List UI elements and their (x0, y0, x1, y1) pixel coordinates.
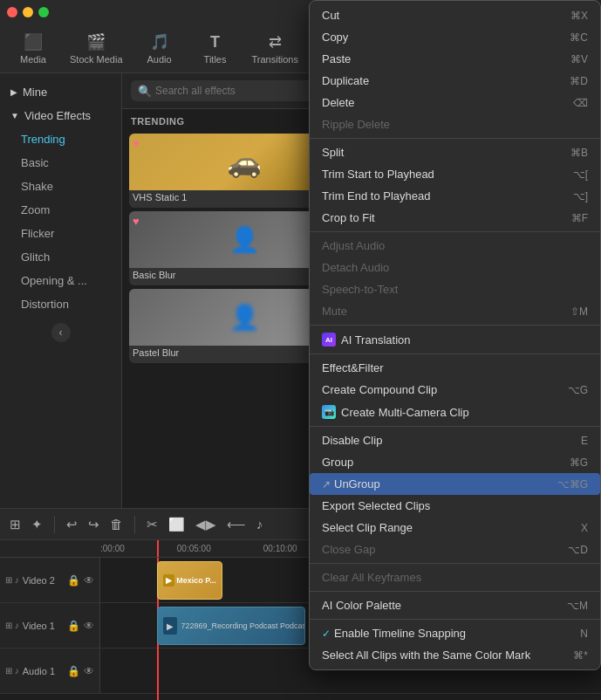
clip-mexico[interactable]: ▶ Mexico P... (157, 561, 222, 600)
context-menu: Cut ⌘X Copy ⌘C Paste ⌘V Duplicate ⌘D Del… (309, 0, 601, 670)
ctx-trim-end[interactable]: Trim End to Playhead ⌥] (310, 185, 600, 207)
sidebar-item-flicker[interactable]: Flicker (0, 222, 121, 245)
clip-podcast[interactable]: ▶ 722869_Recording Podcast Podcasting Po (157, 607, 305, 645)
ctx-sep-4 (310, 353, 600, 354)
close-button[interactable] (7, 7, 17, 17)
toolbar-stock-media[interactable]: 🎬 Stock Media (70, 32, 123, 65)
ctx-cut-label: Cut (322, 9, 339, 22)
sidebar-item-shake[interactable]: Shake (0, 175, 121, 198)
track-audio1-lock-icon[interactable]: 🔒 (67, 665, 80, 677)
toolbar-titles[interactable]: T Titles (196, 33, 235, 65)
ctx-ai-color[interactable]: AI Color Palette ⌥M (310, 594, 600, 616)
ctx-group[interactable]: Group ⌘G (310, 451, 600, 473)
track-video1-lock-icon[interactable]: 🔒 (67, 620, 80, 632)
timeline-redo-icon[interactable]: ↪ (85, 514, 102, 535)
ctx-ungroup[interactable]: ↗ UnGroup ⌥⌘G (310, 473, 600, 495)
ctx-speech-to-text: Speech-to-Text (310, 278, 600, 300)
track-video2-eye-icon[interactable]: 👁 (84, 574, 94, 587)
ctx-ripple-delete: Ripple Delete (310, 113, 600, 135)
sidebar-item-opening[interactable]: Opening & ... (0, 269, 121, 292)
left-sidebar: ▶ Mine ▼ Video Effects Trending Basic Sh… (0, 73, 122, 508)
ctx-ripple-delete-label: Ripple Delete (322, 118, 390, 131)
ctx-duplicate-shortcut: ⌘D (570, 75, 588, 87)
track-video1-label: Video 1 (23, 621, 55, 631)
sidebar-section-video-effects[interactable]: ▼ Video Effects (0, 104, 121, 127)
ctx-trim-start[interactable]: Trim Start to Playhead ⌥[ (310, 163, 600, 185)
ctx-select-same-color-label: Select All Clips with the Same Color Mar… (322, 649, 530, 662)
ctx-cut[interactable]: Cut ⌘X (310, 4, 600, 26)
ctx-trim-start-label: Trim Start to Playhead (322, 168, 434, 181)
ctx-paste[interactable]: Paste ⌘V (310, 48, 600, 70)
sidebar-mine-label: Mine (23, 86, 47, 99)
ctx-select-clip-range[interactable]: Select Clip Range X (310, 517, 600, 539)
ctx-effect-filter[interactable]: Effect&Filter (310, 357, 600, 379)
ctx-multi-camera[interactable]: 📷 Create Multi-Camera Clip (310, 401, 600, 423)
ctx-copy-label: Copy (322, 31, 348, 44)
toolbar-titles-label: Titles (204, 54, 227, 65)
clip-mexico-icon: ▶ (163, 574, 174, 587)
search-icon: 🔍 (138, 85, 152, 98)
ctx-crop-fit-shortcut: ⌘F (571, 212, 588, 224)
maximize-button[interactable] (38, 7, 49, 17)
sidebar-item-distortion[interactable]: Distortion (0, 292, 121, 316)
timeline-split-icon[interactable]: ⬜ (166, 514, 188, 535)
toolbar-transitions[interactable]: ⇄ Transitions (252, 32, 298, 65)
sidebar-item-glitch[interactable]: Glitch (0, 245, 121, 269)
ctx-detach-audio-label: Detach Audio (322, 261, 389, 274)
ctx-ai-translation-label: AI Translation (341, 333, 411, 347)
ctx-copy[interactable]: Copy ⌘C (310, 26, 600, 48)
ctx-split-label: Split (322, 146, 344, 159)
ctx-enable-snapping[interactable]: ✓ Enable Timeline Snapping N (310, 622, 600, 644)
ctx-ai-translation[interactable]: AI AI Translation (310, 328, 600, 351)
sidebar-item-zoom[interactable]: Zoom (0, 198, 121, 222)
timeline-grid-icon[interactable]: ⊞ (7, 514, 24, 535)
ctx-adjust-audio-label: Adjust Audio (322, 239, 385, 252)
ctx-compound-clip[interactable]: Create Compound Clip ⌥G (310, 379, 600, 401)
track-video1-eye-icon[interactable]: 👁 (84, 620, 94, 632)
ctx-sep-7 (310, 591, 600, 592)
toolbar-stock-media-label: Stock Media (70, 54, 123, 65)
track-video2-header: ⊞ ♪ Video 2 🔒 👁 (0, 558, 100, 602)
playhead-ruler (157, 540, 159, 557)
ctx-trim-start-shortcut: ⌥[ (573, 168, 588, 181)
transitions-icon: ⇄ (269, 32, 282, 51)
timecode-1: 00:05:00 (177, 544, 211, 553)
timeline-cut-icon[interactable]: ✂ (144, 514, 160, 535)
toolbar-audio[interactable]: 🎵 Audio (140, 32, 179, 65)
ctx-crop-fit[interactable]: Crop to Fit ⌘F (310, 207, 600, 229)
favorite-icon: ♥ (133, 137, 140, 150)
sidebar-collapse-button[interactable]: ‹ (51, 323, 71, 342)
ctx-export-selected[interactable]: Export Selected Clips (310, 495, 600, 517)
timeline-magnet-icon[interactable]: ✦ (29, 514, 45, 535)
ctx-split-shortcut: ⌘B (570, 147, 588, 159)
ctx-adjust-audio: Adjust Audio (310, 235, 600, 257)
ctx-delete-label: Delete (322, 96, 355, 109)
timeline-audio-icon[interactable]: ♪ (254, 514, 266, 534)
ctx-multi-camera-inner: 📷 Create Multi-Camera Clip (322, 405, 469, 419)
ctx-delete[interactable]: Delete ⌫ (310, 92, 600, 113)
ctx-select-same-color-shortcut: ⌘* (573, 649, 588, 662)
sidebar-section-mine[interactable]: ▶ Mine (0, 80, 121, 104)
track-audio1-label: Audio 1 (23, 666, 55, 676)
ctx-select-same-color[interactable]: Select All Clips with the Same Color Mar… (310, 644, 600, 666)
ctx-duplicate[interactable]: Duplicate ⌘D (310, 70, 600, 92)
minimize-button[interactable] (23, 7, 33, 17)
sidebar-item-basic[interactable]: Basic (0, 151, 121, 175)
ctx-sep-6 (310, 563, 600, 564)
cursor-icon: ↗ (322, 478, 331, 491)
toolbar-audio-label: Audio (147, 54, 171, 65)
track-video2-lock-icon[interactable]: 🔒 (67, 574, 80, 587)
sidebar-item-trending[interactable]: Trending (0, 127, 121, 151)
ctx-disable-clip[interactable]: Disable Clip E (310, 429, 600, 451)
timeline-trim-icon[interactable]: ◀▶ (193, 514, 219, 535)
timeline-speed-icon[interactable]: ⟵ (224, 514, 249, 535)
timeline-delete-icon[interactable]: 🗑 (107, 514, 126, 534)
ctx-sep-1 (310, 138, 600, 139)
timeline-separator-2 (134, 516, 135, 533)
track-audio1-eye-icon[interactable]: 👁 (84, 665, 94, 677)
ctx-split[interactable]: Split ⌘B (310, 141, 600, 163)
ctx-compound-clip-shortcut: ⌥G (568, 384, 588, 396)
toolbar-media[interactable]: ⬛ Media (14, 32, 52, 65)
ctx-group-label: Group (322, 456, 353, 469)
timeline-undo-icon[interactable]: ↩ (64, 514, 80, 535)
